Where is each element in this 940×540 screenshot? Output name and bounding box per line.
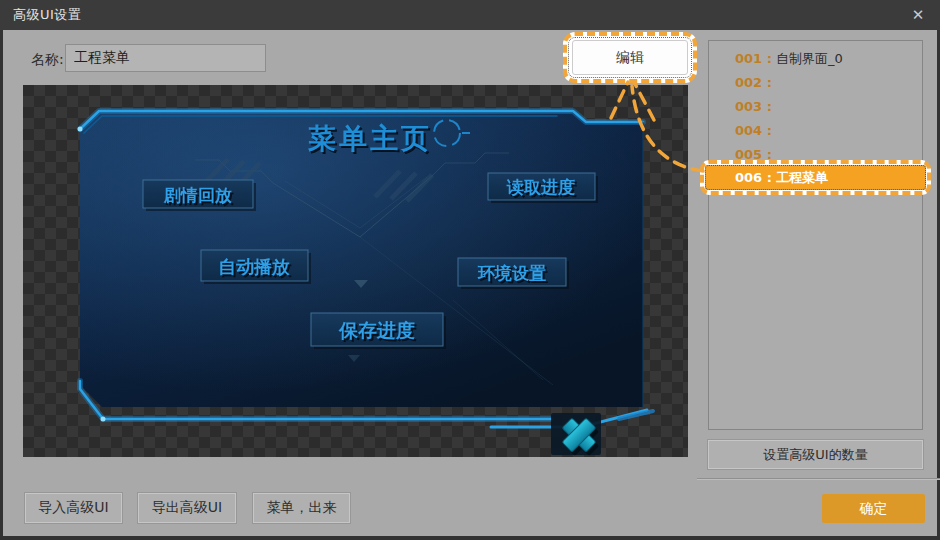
game-menu-preview: 菜单主页 剧情回放 读取进度 自动播放 环境设置	[23, 85, 688, 457]
ui-preview-canvas[interactable]: 菜单主页 剧情回放 读取进度 自动播放 环境设置	[23, 85, 688, 457]
menu-button-load-progress: 读取进度	[506, 177, 575, 197]
edit-button[interactable]: 编辑	[572, 40, 688, 75]
import-ui-button[interactable]: 导入高级UI	[25, 493, 122, 523]
list-item-002[interactable]: 002 :	[709, 71, 922, 95]
list-item-006-selected[interactable]: 006 :工程菜单	[705, 165, 926, 190]
menu-out-button[interactable]: 菜单，出来	[253, 493, 350, 523]
menu-button-save-progress: 保存进度	[338, 319, 415, 341]
close-icon[interactable]: ✕	[904, 0, 932, 30]
set-ui-count-button[interactable]: 设置高级UI的数量	[708, 440, 923, 469]
menu-button-env-settings: 环境设置	[477, 263, 546, 283]
dialog-title: 高级UI设置	[13, 6, 81, 24]
name-label: 名称:	[31, 51, 64, 69]
menu-close-icon	[551, 413, 601, 456]
menu-title: 菜单主页	[307, 122, 432, 155]
selected-item-annotation: 006 :工程菜单	[700, 160, 931, 195]
menu-button-story-replay: 剧情回放	[163, 185, 232, 205]
advanced-ui-settings-dialog: 高级UI设置 ✕ 名称: 编辑	[0, 0, 940, 540]
export-ui-button[interactable]: 导出高级UI	[138, 493, 236, 523]
list-item-001[interactable]: 001 :自制界面_0	[709, 47, 922, 71]
confirm-button[interactable]: 确定	[822, 494, 925, 523]
menu-button-auto-play: 自动播放	[218, 256, 290, 277]
name-input[interactable]	[65, 44, 266, 72]
titlebar: 高级UI设置 ✕	[0, 0, 940, 30]
edit-button-annotation: 编辑	[563, 32, 697, 83]
list-item-004[interactable]: 004 :	[709, 119, 922, 143]
divider	[697, 478, 940, 479]
ui-slot-list: 001 :自制界面_0 002 : 003 : 004 : 005 : 006 …	[708, 40, 923, 430]
list-item-003[interactable]: 003 :	[709, 95, 922, 119]
